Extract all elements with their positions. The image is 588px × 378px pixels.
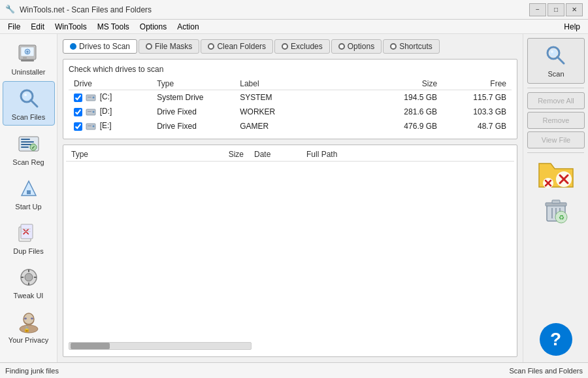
drive-checkbox-c[interactable] (74, 94, 82, 102)
maximize-button[interactable]: □ (547, 3, 564, 16)
menu-options[interactable]: Options (135, 21, 172, 33)
tab-excludes[interactable]: Excludes (274, 39, 330, 54)
minimize-button[interactable]: − (529, 3, 546, 16)
menu-bar: File Edit WinTools MS Tools Options Acti… (0, 20, 588, 34)
drive-row-d[interactable]: [D:] Drive Fixed WORKER 281.6 GB 103.3 G… (69, 105, 512, 119)
sidebar-item-tweak-ui[interactable]: Tweak UI (3, 260, 55, 303)
drives-panel: Check which drives to scan Drive Type La… (63, 59, 517, 139)
menu-help[interactable]: Help (559, 21, 585, 33)
trash-icon-container: ♻ (527, 196, 584, 225)
sidebar-item-uninstaller[interactable]: ? Uninstaller (3, 37, 55, 80)
drive-checkbox-d[interactable] (74, 108, 82, 116)
status-left: Finding junk files (5, 367, 510, 375)
scan-files-icon (16, 86, 42, 112)
tab-radio-file-masks (146, 43, 152, 50)
trash-icon: ♻ (542, 196, 570, 225)
tab-options[interactable]: Options (331, 39, 382, 54)
drive-checkbox-e[interactable] (74, 122, 82, 131)
view-file-button[interactable]: View File (527, 131, 585, 148)
right-panel-spacer (527, 229, 584, 320)
menu-ms-tools[interactable]: MS Tools (92, 21, 135, 33)
menu-edit[interactable]: Edit (25, 21, 50, 33)
svg-point-45 (549, 49, 557, 57)
svg-point-9 (24, 94, 27, 96)
window-controls: − □ ✕ (529, 3, 583, 16)
svg-point-7 (23, 92, 31, 100)
drive-row-e[interactable]: [E:] Drive Fixed GAMER 476.9 GB 48.7 GB (69, 119, 512, 133)
drive-cell-type-e: Drive Fixed (152, 119, 235, 133)
sidebar-item-scan-reg[interactable]: ✓ Scan Reg (3, 127, 55, 170)
content-area: Drives to Scan File Masks Clean Folders … (57, 34, 523, 362)
sidebar-item-start-up-label: Start Up (15, 203, 41, 211)
sidebar-item-your-privacy[interactable]: 🔒 Your Privacy (3, 305, 55, 348)
scan-reg-icon: ✓ (16, 131, 42, 157)
remove-button[interactable]: Remove (527, 112, 585, 129)
drive-cell-type-d: Drive Fixed (152, 105, 235, 119)
drive-cell-label-e: GAMER (235, 119, 373, 133)
svg-point-42 (93, 126, 95, 128)
result-col-type: Type (66, 148, 197, 162)
scan-button-label: Scan (547, 70, 564, 78)
drive-cell-free-c: 115.7 GB (442, 90, 512, 105)
status-bar: Finding junk files Scan Files and Folder… (0, 362, 588, 378)
result-col-fullpath: Full Path (301, 148, 514, 162)
menu-file[interactable]: File (3, 21, 25, 33)
help-button[interactable]: ? (540, 323, 572, 356)
svg-text:♻: ♻ (559, 214, 564, 221)
scan-icon (544, 44, 568, 69)
right-panel: Scan Remove All Remove View File (523, 34, 588, 362)
svg-point-47 (551, 50, 553, 53)
svg-point-39 (93, 111, 95, 113)
folder-delete-icon (536, 158, 576, 191)
svg-point-31 (24, 318, 27, 320)
remove-label: Remove (543, 116, 570, 124)
drive-cell-size-c: 194.5 GB (373, 90, 442, 105)
svg-line-46 (557, 57, 564, 63)
tab-clean-folders[interactable]: Clean Folders (201, 39, 273, 54)
window-title: WinTools.net - Scan Files and Folders (20, 5, 529, 14)
horizontal-scrollbar[interactable] (69, 342, 252, 350)
drive-icon-e (86, 121, 96, 131)
svg-point-25 (25, 273, 33, 281)
svg-rect-18 (27, 190, 31, 194)
sidebar: ? Uninstaller Scan Files (0, 34, 57, 362)
your-privacy-icon: 🔒 (16, 309, 42, 335)
sidebar-item-start-up[interactable]: Start Up (3, 171, 55, 215)
separator-1 (527, 88, 584, 88)
scrollbar-thumb (71, 343, 110, 349)
tab-drives-to-scan[interactable]: Drives to Scan (63, 39, 137, 54)
results-panel: Type Size Date Full Path (63, 145, 517, 357)
menu-wintools[interactable]: WinTools (50, 21, 92, 33)
svg-rect-13 (21, 144, 31, 145)
app-icon: 🔧 (5, 5, 16, 15)
help-button-container: ? (527, 323, 584, 356)
scan-button[interactable]: Scan (527, 38, 585, 84)
sidebar-item-dup-files[interactable]: ✕ Dup Files (3, 216, 55, 259)
col-free: Free (442, 78, 512, 90)
tweak-ui-icon (16, 264, 42, 290)
result-col-size: Size (197, 148, 249, 162)
main-layout: ? Uninstaller Scan Files (0, 34, 588, 362)
remove-all-button[interactable]: Remove All (527, 92, 585, 109)
sidebar-item-scan-files[interactable]: Scan Files (3, 81, 55, 126)
drive-cell-label-c: SYSTEM (235, 90, 373, 105)
remove-all-label: Remove All (538, 97, 574, 105)
tab-file-masks[interactable]: File Masks (139, 39, 199, 54)
view-file-label: View File (542, 136, 570, 144)
sidebar-item-uninstaller-label: Uninstaller (12, 68, 46, 76)
separator-2 (527, 152, 584, 153)
tab-radio-clean-folders (208, 43, 214, 50)
menu-action[interactable]: Action (172, 21, 204, 33)
sidebar-item-your-privacy-label: Your Privacy (8, 336, 48, 344)
drive-cell-drive-d: [D:] (69, 105, 152, 119)
uninstaller-icon: ? (16, 41, 42, 67)
svg-rect-43 (88, 126, 91, 126)
tab-shortcuts[interactable]: Shortcuts (383, 39, 440, 54)
drive-cell-free-d: 103.3 GB (442, 105, 512, 119)
close-button[interactable]: ✕ (566, 3, 583, 16)
svg-point-36 (93, 97, 95, 99)
drive-icon-d (86, 107, 96, 117)
svg-text:🔒: 🔒 (24, 326, 30, 332)
sidebar-item-dup-files-label: Dup Files (13, 247, 43, 255)
drive-row-c[interactable]: [C:] System Drive SYSTEM 194.5 GB 115.7 … (69, 90, 512, 105)
